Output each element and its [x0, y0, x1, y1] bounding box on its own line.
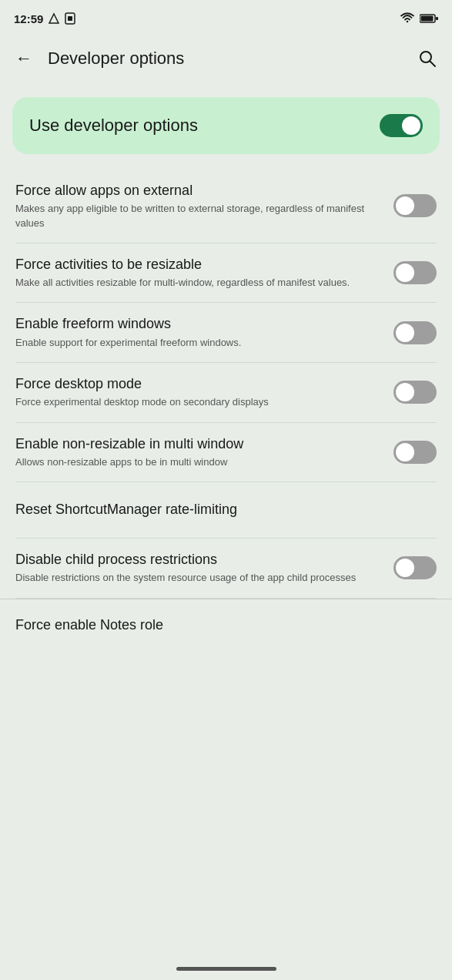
svg-rect-3 — [421, 16, 434, 22]
page-title: Developer options — [48, 49, 403, 69]
setting-text-force-allow-external: Force allow apps on externalMakes any ap… — [15, 182, 393, 230]
sim-icon — [65, 12, 75, 25]
back-button[interactable]: ← — [12, 45, 35, 72]
setting-text-enable-non-resizable: Enable non-resizable in multi windowAllo… — [15, 435, 393, 470]
master-toggle-switch[interactable] — [380, 114, 423, 137]
setting-title-force-activities-resizable: Force activities to be resizable — [15, 256, 381, 274]
svg-line-6 — [430, 62, 436, 67]
setting-title-disable-child-process: Disable child process restrictions — [15, 551, 381, 569]
partial-title: Force enable Notes role — [15, 616, 424, 634]
master-toggle-card[interactable]: Use developer options — [12, 97, 440, 154]
setting-text-force-desktop-mode: Force desktop modeForce experimental des… — [15, 375, 393, 410]
status-left: 12:59 — [14, 12, 75, 25]
setting-row-enable-freeform-windows[interactable]: Enable freeform windowsEnable support fo… — [0, 303, 452, 362]
signal-icon — [48, 12, 60, 25]
partial-text: Force enable Notes role — [15, 616, 437, 634]
setting-desc-force-activities-resizable: Make all activities resizable for multi-… — [15, 276, 381, 290]
setting-row-force-activities-resizable[interactable]: Force activities to be resizableMake all… — [0, 243, 452, 303]
setting-text-disable-child-process: Disable child process restrictionsDisabl… — [15, 551, 393, 586]
toggle-enable-non-resizable[interactable] — [393, 441, 437, 464]
setting-desc-force-desktop-mode: Force experimental desktop mode on secon… — [15, 395, 381, 409]
svg-rect-1 — [68, 16, 72, 21]
search-button[interactable] — [415, 46, 440, 71]
setting-row-force-desktop-mode[interactable]: Force desktop modeForce experimental des… — [0, 363, 452, 422]
toggle-force-allow-external[interactable] — [393, 194, 437, 217]
toggle-force-activities-resizable[interactable] — [393, 261, 437, 284]
setting-desc-enable-freeform-windows: Enable support for experimental freeform… — [15, 336, 381, 350]
toggle-disable-child-process[interactable] — [393, 556, 437, 579]
setting-desc-force-allow-external: Makes any app eligible to be written to … — [15, 202, 381, 230]
bottom-nav-pill — [176, 967, 276, 971]
setting-title-enable-freeform-windows: Enable freeform windows — [15, 315, 381, 333]
search-icon — [418, 49, 437, 68]
setting-row-reset-shortcut-manager[interactable]: Reset ShortcutManager rate-limiting — [0, 482, 452, 538]
setting-title-force-allow-external: Force allow apps on external — [15, 182, 381, 200]
setting-title-reset-shortcut-manager: Reset ShortcutManager rate-limiting — [15, 501, 424, 519]
setting-title-enable-non-resizable: Enable non-resizable in multi window — [15, 435, 381, 453]
partial-row[interactable]: Force enable Notes role — [0, 599, 452, 654]
setting-title-force-desktop-mode: Force desktop mode — [15, 375, 381, 393]
content: Use developer options Force allow apps o… — [0, 83, 452, 654]
battery-icon — [420, 13, 438, 24]
settings-list: Force allow apps on externalMakes any ap… — [0, 169, 452, 599]
setting-desc-enable-non-resizable: Allows non-resizable apps to be in multi… — [15, 455, 381, 469]
status-bar: 12:59 — [0, 0, 452, 34]
svg-rect-4 — [436, 17, 438, 20]
toggle-force-desktop-mode[interactable] — [393, 381, 437, 404]
setting-row-force-allow-external[interactable]: Force allow apps on externalMakes any ap… — [0, 169, 452, 243]
time-label: 12:59 — [14, 12, 43, 25]
setting-text-reset-shortcut-manager: Reset ShortcutManager rate-limiting — [15, 501, 437, 519]
status-right — [400, 12, 438, 25]
master-toggle-label: Use developer options — [29, 116, 198, 136]
setting-text-enable-freeform-windows: Enable freeform windowsEnable support fo… — [15, 315, 393, 350]
toolbar: ← Developer options — [0, 34, 452, 83]
setting-text-force-activities-resizable: Force activities to be resizableMake all… — [15, 256, 393, 290]
toggle-enable-freeform-windows[interactable] — [393, 321, 437, 344]
setting-row-enable-non-resizable[interactable]: Enable non-resizable in multi windowAllo… — [0, 423, 452, 482]
setting-desc-disable-child-process: Disable restrictions on the system resou… — [15, 571, 381, 585]
wifi-icon — [400, 12, 415, 25]
setting-row-disable-child-process[interactable]: Disable child process restrictionsDisabl… — [0, 539, 452, 598]
